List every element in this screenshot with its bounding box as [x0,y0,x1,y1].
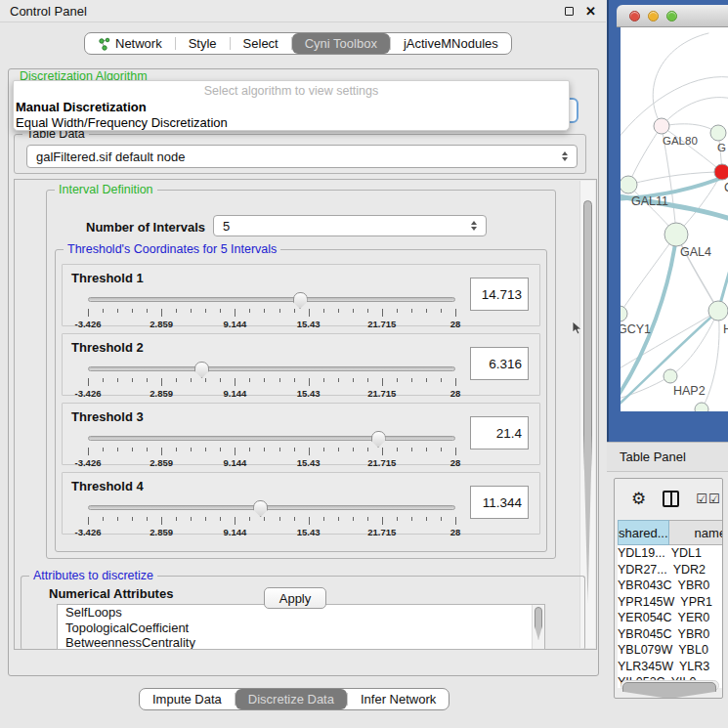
network-node[interactable] [695,403,708,411]
numerical-attributes-list[interactable]: SelfLoopsTopologicalCoefficientBetweenne… [57,604,545,650]
threshold-slider[interactable]: -3.4262.8599.14415.4321.71528 [88,501,455,533]
minor-tick [397,448,398,451]
column-header-shared-name[interactable]: shared... [618,520,669,545]
slider-ticks [88,309,455,318]
table-row[interactable]: YDL19...YDL1 [618,545,722,562]
column-layout-icon[interactable] [663,491,679,507]
cell-name[interactable]: YLR3 [673,659,722,675]
bottom-tab-impute-data[interactable]: Impute Data [140,689,235,709]
network-node-gal80[interactable] [654,118,669,134]
network-node-g[interactable] [710,125,726,141]
scrollbar-thumb[interactable] [622,682,716,699]
attribute-item-betweennesscentrality[interactable]: BetweennessCentrality [58,635,544,650]
column-header-name[interactable]: name [669,520,723,545]
minimize-traffic-light[interactable] [648,11,659,21]
network-node-gal11[interactable] [621,176,637,193]
cell-shared-name[interactable]: YBL079W [618,642,672,659]
minor-tick [294,309,295,313]
dropdown-option-manual-discretization[interactable]: Manual Discretization [14,100,569,115]
scrollbar-thumb[interactable] [535,607,542,640]
tick-label: 2.859 [150,457,173,468]
slider-track[interactable] [88,366,455,371]
threshold-row: Threshold 1 -3.4262.8599.14415.4321.7152… [62,264,540,326]
cell-shared-name[interactable]: YBR045C [618,626,672,643]
apply-button[interactable]: Apply [264,587,326,609]
cell-shared-name[interactable]: YDL19... [618,545,665,562]
slider-thumb[interactable] [371,431,386,448]
slider-track[interactable] [88,297,455,302]
bottom-tab-infer-network[interactable]: Infer Network [348,689,449,709]
table-row[interactable]: YDR27...YDR2 [618,562,722,578]
table-horizontal-scrollbar[interactable] [621,680,719,691]
tab-network[interactable]: Network [85,33,175,54]
minor-tick [323,378,324,382]
table-row[interactable]: YLR345WYLR3 [618,659,722,675]
threshold-label: Threshold 2 [71,340,144,355]
slider-thumb[interactable] [253,500,268,517]
threshold-slider[interactable]: -3.4262.8599.14415.4321.71528 [88,363,455,394]
cell-name[interactable]: YER0 [672,610,722,626]
minor-tick [279,378,280,382]
scrollbar-thumb[interactable] [583,200,592,603]
number-of-intervals-combobox[interactable]: 5 [213,215,487,236]
cell-shared-name[interactable]: YER054C [618,610,672,626]
cell-shared-name[interactable]: YPR145W [618,594,674,611]
threshold-value-field[interactable]: 14.713 [470,278,529,311]
attribute-item-topologicalcoefficient[interactable]: TopologicalCoefficient [58,621,544,636]
table-row[interactable]: YBL079WYBL0 [618,642,722,659]
float-window-icon[interactable] [565,7,574,16]
threshold-slider[interactable]: -3.4262.8599.14415.4321.71528 [88,293,455,324]
network-node-hap2[interactable] [664,369,677,383]
table-row[interactable]: YPR145WYPR1 [618,594,722,611]
select-columns-icon[interactable]: ☑☑ [696,492,720,506]
slider-track[interactable] [88,436,455,441]
network-canvas[interactable]: GAL80GCGAL11GAL4GCY1HHAP2 [621,27,728,411]
cell-shared-name[interactable]: YLR345W [618,659,673,675]
cell-name[interactable]: YPR1 [674,594,722,611]
cell-shared-name[interactable]: YBR043C [618,578,672,594]
table-data-combobox[interactable]: galFiltered.sif default node [26,145,578,168]
minor-tick [294,517,295,521]
network-node-c[interactable] [714,164,728,180]
tab-jactivemnodules[interactable]: jActiveMNodules [391,33,511,54]
tab-cyni-toolbox[interactable]: Cyni Toolbox [292,33,390,54]
close-traffic-light[interactable] [629,11,640,21]
table-row[interactable]: YBR045CYBR0 [618,626,722,643]
tab-label: Discretize Data [248,692,334,707]
cell-shared-name[interactable]: YDR27... [618,562,667,578]
cell-name[interactable]: YDR2 [667,562,722,578]
threshold-value-field[interactable]: 11.344 [470,486,529,519]
dropdown-option-equal-width-frequency-discretization[interactable]: Equal Width/Frequency Discretization [14,115,569,131]
minor-tick [338,517,339,521]
tick-label: 21.715 [367,388,396,399]
threshold-row: Threshold 4 -3.4262.8599.14415.4321.7152… [62,472,540,535]
network-node-gal4[interactable] [664,223,688,246]
threshold-value-field[interactable]: 21.4 [470,416,529,450]
table-row[interactable]: YER054CYER0 [618,610,722,626]
cell-name[interactable]: YDL1 [665,545,722,562]
gear-icon[interactable]: ⚙ [631,489,646,508]
threshold-slider[interactable]: -3.4262.8599.14415.4321.71528 [88,432,455,463]
bottom-tab-discretize-data[interactable]: Discretize Data [236,689,347,709]
network-node-gcy1[interactable] [621,306,627,321]
cell-name[interactable]: YBR0 [672,626,722,643]
cell-name[interactable]: YBL0 [672,642,722,659]
network-edge [628,126,662,185]
slider-thumb[interactable] [293,292,308,309]
network-node-h[interactable] [708,301,728,321]
tab-select[interactable]: Select [231,33,291,54]
slider-track[interactable] [88,505,455,510]
minor-tick [103,378,104,382]
zoom-traffic-light[interactable] [666,11,677,21]
minor-tick [176,309,177,313]
slider-thumb[interactable] [194,362,209,378]
table-row[interactable]: YBR043CYBR0 [618,578,722,594]
threshold-value-field[interactable]: 6.316 [470,347,529,380]
node-label: GAL4 [680,245,711,259]
attributes-scrollbar[interactable] [532,605,544,649]
cell-name[interactable]: YBR0 [672,578,722,594]
network-edge [662,98,728,126]
close-icon[interactable]: ✕ [585,4,596,19]
tab-style[interactable]: Style [176,33,230,54]
minor-tick [323,309,324,313]
